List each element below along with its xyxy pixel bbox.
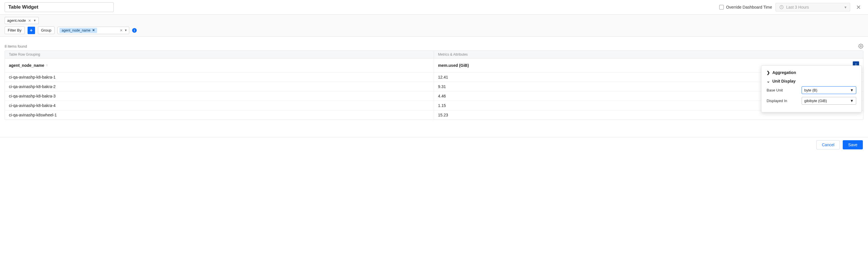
source-tag-label: agent.node	[7, 19, 26, 23]
base-unit-select[interactable]: byte (B) ▼	[802, 86, 856, 94]
table-row[interactable]: ci-qa-avinashp-k8-bakra-41.15	[5, 101, 863, 110]
group-chip-label: agent_node_name	[62, 28, 91, 32]
chevron-down-icon: ▼	[850, 88, 854, 92]
column-header-metric-label: mem.used (GiB)	[438, 63, 469, 68]
remove-source-icon[interactable]: ✕	[28, 19, 31, 23]
svg-point-1	[860, 45, 862, 47]
cell-name: ci-qa-avinashp-k8-bakra-4	[5, 101, 434, 110]
cell-name: ci-qa-avinashp-k8-bakra-2	[5, 82, 434, 91]
widget-title-input[interactable]	[5, 2, 114, 12]
close-icon	[856, 5, 861, 10]
unit-display-label: Unit Display	[772, 79, 796, 83]
cell-name: ci-qa-avinashp-k8-bakra-1	[5, 73, 434, 82]
time-range-label: Last 3 Hours	[786, 5, 809, 9]
aggregation-label: Aggregation	[772, 70, 796, 75]
chevron-down-icon: ▾	[844, 5, 846, 9]
gear-icon	[858, 43, 863, 49]
settings-button[interactable]	[858, 43, 863, 49]
data-table: Table Row Grouping Metrics & Attributes …	[5, 50, 863, 120]
displayed-in-select[interactable]: gibibyte (GiB) ▼	[802, 97, 856, 105]
cancel-button[interactable]: Cancel	[816, 140, 840, 149]
group-by-field[interactable]: agent_node_name ✕ ✕ ▼	[57, 27, 129, 34]
column-section-grouping: Table Row Grouping	[5, 51, 434, 58]
unit-display-section[interactable]: ⌄ Unit Display	[767, 79, 856, 83]
remove-group-chip-icon[interactable]: ✕	[92, 28, 95, 32]
chevron-down-icon: ▼	[850, 99, 854, 103]
save-button[interactable]: Save	[843, 140, 863, 149]
group-label: Group	[38, 26, 55, 34]
items-found-label: 8 items found	[5, 44, 27, 48]
table-row[interactable]: ci-qa-avinashp-k8-bakra-112.41	[5, 72, 863, 82]
clock-icon	[779, 5, 784, 9]
column-header-name-label: agent_node_name	[9, 63, 44, 68]
chevron-down-icon[interactable]: ▼	[33, 19, 36, 22]
chevron-down-icon[interactable]: ▼	[124, 29, 127, 32]
close-button[interactable]	[854, 3, 863, 11]
time-range-selector: Last 3 Hours ▾	[776, 3, 850, 11]
info-icon[interactable]: i	[132, 28, 137, 33]
column-section-metrics: Metrics & Attributes	[434, 51, 863, 58]
cell-name: ci-qa-avinashp-k8-bakra-3	[5, 92, 434, 101]
clear-group-icon[interactable]: ✕	[120, 28, 123, 32]
displayed-in-label: Displayed In	[767, 99, 798, 103]
chevron-down-icon: ⌄	[767, 79, 770, 83]
chevron-right-icon: ❯	[767, 70, 770, 75]
sort-ascending-icon: ↑	[46, 63, 48, 67]
svg-point-2	[856, 64, 857, 65]
displayed-in-value: gibibyte (GiB)	[804, 99, 827, 103]
group-chip: agent_node_name ✕	[59, 28, 97, 33]
base-unit-value: byte (B)	[804, 88, 817, 92]
aggregation-section[interactable]: ❯ Aggregation	[767, 70, 856, 75]
filter-by-label: Filter By	[5, 26, 25, 34]
source-tag[interactable]: agent.node ✕ ▼	[5, 17, 39, 24]
table-row[interactable]: ci-qa-avinashp-k8-bakra-29.31	[5, 82, 863, 91]
override-time-label: Override Dashboard Time	[726, 5, 772, 9]
table-row[interactable]: ci-qa-avinashp-k8swheel-115.23	[5, 110, 863, 119]
override-time-checkbox[interactable]: Override Dashboard Time	[719, 5, 772, 9]
table-row[interactable]: ci-qa-avinashp-k8-bakra-34.46	[5, 91, 863, 101]
column-header-name[interactable]: agent_node_name ↑	[5, 59, 434, 72]
base-unit-label: Base Unit	[767, 88, 798, 92]
column-settings-popup: ❯ Aggregation ⌄ Unit Display Base Unit b…	[761, 65, 862, 112]
cell-name: ci-qa-avinashp-k8swheel-1	[5, 110, 434, 119]
checkbox-icon	[719, 5, 724, 9]
add-filter-button[interactable]: +	[28, 27, 35, 34]
